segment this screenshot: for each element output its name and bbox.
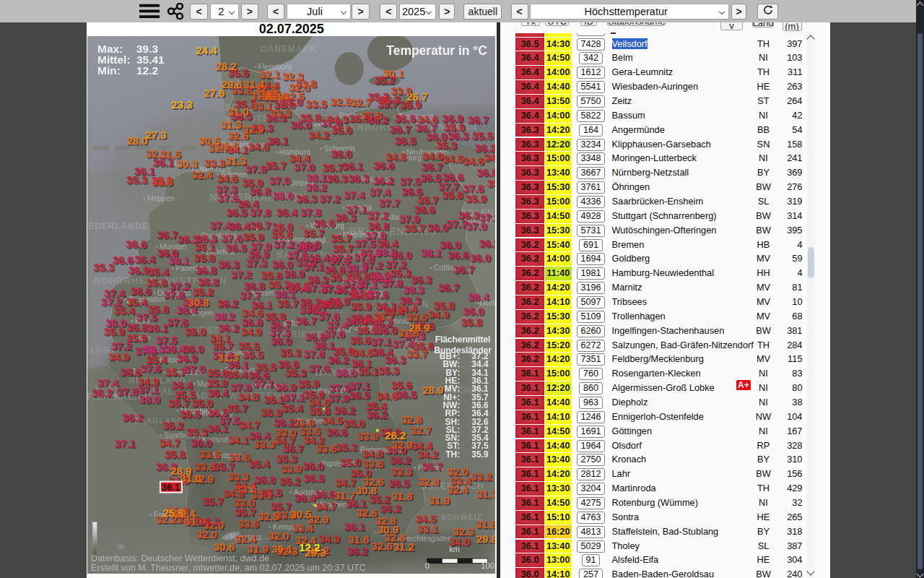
svg-text:36.5: 36.5: [396, 388, 417, 400]
svg-text:Flächenmittel: Flächenmittel: [435, 335, 491, 345]
svg-text:34.8: 34.8: [237, 390, 258, 402]
svg-text:31.6: 31.6: [217, 139, 238, 152]
svg-text:36.7: 36.7: [270, 318, 291, 330]
svg-text:34.6: 34.6: [463, 155, 484, 167]
svg-text:32.4: 32.4: [191, 168, 213, 181]
svg-text:37.0: 37.0: [466, 220, 487, 232]
svg-text:37.0: 37.0: [294, 160, 315, 173]
svg-text:33.1: 33.1: [417, 522, 438, 535]
svg-text:35.5: 35.5: [174, 388, 195, 400]
svg-text:32.5: 32.5: [258, 510, 279, 522]
svg-text:DÄNEMARK: DÄNEMARK: [261, 43, 317, 54]
svg-text:31.0: 31.0: [180, 472, 201, 484]
svg-text:36.1: 36.1: [147, 322, 168, 334]
svg-text:37.3: 37.3: [352, 287, 373, 299]
svg-text:38.2: 38.2: [306, 181, 327, 193]
svg-text:36.2: 36.2: [274, 416, 295, 428]
svg-text:36.4: 36.4: [276, 206, 298, 218]
svg-text:35.7: 35.7: [333, 242, 354, 254]
svg-text:35.4: 35.4: [126, 296, 147, 308]
svg-text:36.7: 36.7: [422, 460, 443, 473]
svg-text:37.4: 37.4: [327, 319, 349, 331]
svg-text:37.1: 37.1: [115, 437, 136, 449]
svg-text:36.1: 36.1: [267, 134, 288, 147]
svg-text:32.0: 32.0: [268, 530, 289, 542]
svg-text:36.5: 36.5: [303, 472, 324, 484]
svg-text:31.9: 31.9: [248, 543, 269, 555]
svg-text:35.3: 35.3: [378, 364, 398, 376]
svg-text:35.3: 35.3: [336, 441, 357, 453]
svg-text:100: 100: [481, 562, 494, 571]
svg-text:31.6: 31.6: [398, 327, 419, 339]
svg-text:35.8: 35.8: [194, 251, 215, 264]
svg-text:37.1: 37.1: [370, 335, 391, 348]
svg-text:36.0: 36.0: [440, 239, 461, 251]
svg-text:35.4: 35.4: [248, 457, 270, 470]
svg-text:36.7: 36.7: [250, 219, 271, 231]
svg-text:32.8: 32.8: [401, 413, 422, 426]
svg-text:34.7: 34.7: [274, 434, 295, 447]
svg-text:35.7: 35.7: [214, 460, 235, 473]
svg-text:35.4: 35.4: [383, 305, 404, 317]
svg-text:35.1: 35.1: [194, 241, 215, 253]
svg-text:36.1: 36.1: [162, 482, 180, 493]
svg-text:35.4: 35.4: [366, 400, 388, 412]
svg-text:38.0: 38.0: [272, 189, 293, 202]
svg-text:35.8: 35.8: [442, 189, 463, 201]
svg-text:37.6: 37.6: [221, 232, 242, 244]
svg-text:37.2: 37.2: [296, 256, 317, 268]
svg-text:36.0: 36.0: [191, 436, 212, 449]
svg-text:35.3: 35.3: [276, 452, 297, 465]
svg-text:35.0: 35.0: [340, 456, 361, 468]
svg-text:34.5: 34.5: [352, 346, 373, 358]
svg-text:36.0: 36.0: [331, 147, 352, 160]
svg-text:35.1: 35.1: [357, 365, 378, 377]
svg-text:km: km: [449, 545, 460, 553]
svg-text:30.8: 30.8: [188, 296, 209, 309]
svg-text:36.4: 36.4: [237, 197, 259, 210]
svg-text:36.7: 36.7: [390, 123, 411, 135]
svg-text:36.9: 36.9: [442, 112, 463, 124]
svg-text:34.8: 34.8: [362, 447, 383, 460]
svg-text:36.4: 36.4: [295, 491, 316, 504]
svg-text:36.3: 36.3: [348, 172, 369, 184]
svg-text:35.9: 35.9: [242, 176, 263, 189]
svg-text:36.8: 36.8: [243, 280, 264, 292]
svg-text:36.0: 36.0: [302, 460, 323, 472]
svg-text:33.4: 33.4: [450, 475, 472, 487]
svg-text:37.1: 37.1: [138, 383, 159, 395]
svg-text:34.5: 34.5: [443, 152, 463, 165]
svg-text:37.6: 37.6: [321, 116, 341, 129]
svg-text:36.2: 36.2: [328, 353, 349, 366]
svg-text:35.3: 35.3: [186, 426, 207, 438]
svg-text:33.6: 33.6: [316, 442, 337, 454]
svg-text:34.1: 34.1: [227, 434, 248, 446]
svg-text:31.6: 31.6: [476, 518, 495, 530]
svg-text:36.2: 36.2: [217, 297, 238, 309]
svg-text:36.6: 36.6: [314, 488, 335, 500]
svg-text:35.7: 35.7: [303, 227, 324, 239]
svg-text:34.5: 34.5: [321, 414, 342, 426]
svg-text:29.3: 29.3: [305, 546, 326, 558]
svg-text:38.0: 38.0: [336, 366, 357, 379]
svg-text:39.3: 39.3: [143, 342, 164, 355]
svg-text:36.2: 36.2: [346, 545, 367, 557]
svg-text:33.3: 33.3: [204, 157, 225, 169]
svg-text:37.4: 37.4: [97, 376, 119, 389]
svg-text:36.1: 36.1: [344, 520, 365, 532]
svg-text:35.3: 35.3: [93, 261, 114, 273]
svg-text:37.8: 37.8: [117, 385, 138, 397]
svg-text:36.8: 36.8: [254, 473, 275, 486]
svg-text:36.1: 36.1: [305, 303, 326, 315]
svg-text:37.4: 37.4: [370, 186, 391, 198]
svg-text:34.9: 34.9: [428, 308, 449, 320]
svg-text:36.1: 36.1: [207, 422, 228, 434]
svg-text:35.8: 35.8: [300, 111, 321, 124]
svg-text:36.7: 36.7: [453, 263, 474, 275]
svg-text:34.6: 34.6: [242, 306, 263, 319]
svg-text:35.7: 35.7: [227, 402, 248, 414]
svg-text:38.5: 38.5: [370, 272, 391, 284]
svg-text:36.0: 36.0: [470, 251, 491, 264]
svg-text:35.8: 35.8: [271, 228, 292, 241]
svg-text:30.1: 30.1: [271, 543, 292, 555]
